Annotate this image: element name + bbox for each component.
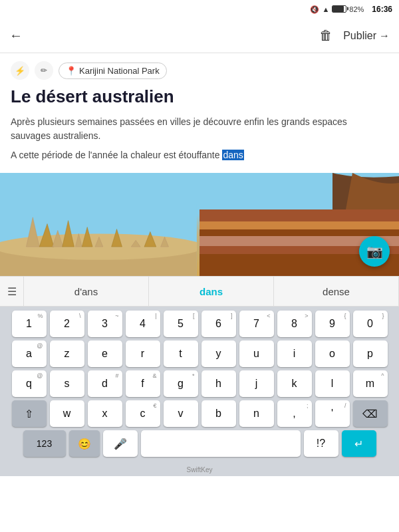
back-button[interactable]: ←	[9, 28, 23, 43]
publish-button[interactable]: Publier →	[343, 30, 390, 42]
key-a[interactable]: a@	[12, 340, 47, 367]
key-4[interactable]: 4|	[126, 311, 160, 337]
add-photo-button[interactable]: 📷	[359, 236, 390, 267]
key-f[interactable]: f&	[126, 370, 160, 397]
key-9[interactable]: 9{	[315, 311, 350, 337]
swiftkey-logo: SwiftKey	[187, 466, 213, 473]
key-label: k	[292, 378, 297, 390]
key-label: 2	[64, 318, 70, 330]
key-b[interactable]: b	[201, 400, 236, 427]
pencil-tag[interactable]: ✏	[35, 61, 53, 80]
pencil-icon: ✏	[41, 66, 47, 75]
mic-icon: 🎤	[114, 438, 127, 450]
row-shift: ⇧ w x c€ v b n ,; '/ ⌫	[3, 400, 396, 427]
key-7[interactable]: 7<	[239, 311, 274, 337]
camera-icon: 📷	[366, 243, 383, 259]
battery-percent: 82%	[349, 5, 364, 13]
status-icons: 🔇 ▲ 82%	[310, 5, 364, 14]
location-tag[interactable]: 📍 Karijini National Park	[59, 63, 167, 79]
key-8[interactable]: 8>	[277, 311, 312, 337]
key-comma[interactable]: ,;	[277, 400, 312, 427]
row-qsdfg: q@ s d# f& g* h j k l m^	[3, 370, 396, 397]
key-sub: {	[344, 313, 346, 319]
key-r[interactable]: r	[126, 340, 160, 367]
pinnacles-svg	[0, 204, 197, 277]
key-3[interactable]: 3~	[88, 311, 122, 337]
key-z[interactable]: z	[50, 340, 84, 367]
key-label: 5	[178, 318, 184, 330]
key-5[interactable]: 5[	[164, 311, 198, 337]
key-y[interactable]: y	[201, 340, 236, 367]
key-sub: %	[37, 313, 43, 319]
bottom-row: 123 😊 🎤 !? ↵	[3, 430, 396, 457]
key-2[interactable]: 2\	[50, 311, 84, 337]
key-g[interactable]: g*	[164, 370, 198, 397]
backspace-button[interactable]: ⌫	[353, 400, 388, 427]
numbers-button[interactable]: 123	[23, 430, 66, 457]
key-label: 6	[215, 318, 221, 330]
key-u[interactable]: u	[239, 340, 274, 367]
key-label: g	[178, 378, 184, 390]
key-0[interactable]: 0}	[353, 311, 388, 337]
delete-button[interactable]: 🗑	[319, 28, 332, 43]
key-p[interactable]: p	[353, 340, 388, 367]
key-sub: ~	[115, 313, 118, 319]
autocomplete-option-1[interactable]: d'ans	[24, 277, 149, 306]
key-t[interactable]: t	[164, 340, 198, 367]
article-body-1[interactable]: Après plusieurs semaines passées en vill…	[11, 115, 388, 143]
key-label: l	[331, 378, 334, 390]
key-sub: €	[153, 402, 156, 409]
key-label: '	[331, 408, 333, 420]
key-n[interactable]: n	[239, 400, 274, 427]
status-bar: 🔇 ▲ 82% 16:36	[0, 0, 399, 19]
key-o[interactable]: o	[315, 340, 350, 367]
autocomplete-option-2[interactable]: dans	[149, 277, 274, 306]
key-d[interactable]: d#	[88, 370, 122, 397]
key-1[interactable]: 1%	[12, 311, 47, 337]
autocomplete-text-2: dans	[200, 286, 223, 297]
keyboard-menu-button[interactable]: ☰	[0, 277, 24, 306]
key-m[interactable]: m^	[353, 370, 388, 397]
key-mic[interactable]: 🎤	[103, 430, 138, 457]
key-j[interactable]: j	[239, 370, 274, 397]
key-label: m	[366, 378, 374, 390]
emoji-button[interactable]: 😊	[69, 430, 100, 457]
key-punctuation[interactable]: !?	[304, 430, 338, 457]
space-button[interactable]	[141, 430, 301, 457]
autocomplete-option-3[interactable]: dense	[274, 277, 399, 306]
key-v[interactable]: v	[164, 400, 198, 427]
key-label: b	[215, 408, 221, 420]
toolbar-left: ←	[9, 28, 23, 43]
toolbar: ← 🗑 Publier →	[0, 19, 399, 53]
battery-container	[332, 5, 346, 14]
location-pin-icon: 📍	[66, 66, 76, 76]
mute-icon: 🔇	[310, 5, 319, 14]
bolt-tag[interactable]: ⚡	[11, 61, 29, 80]
key-c[interactable]: c€	[126, 400, 160, 427]
key-i[interactable]: i	[277, 340, 312, 367]
key-label: e	[102, 348, 108, 360]
key-k[interactable]: k	[277, 370, 312, 397]
key-w[interactable]: w	[50, 400, 84, 427]
publish-arrow-icon: →	[379, 30, 390, 42]
key-6[interactable]: 6]	[201, 311, 236, 337]
shift-button[interactable]: ⇧	[12, 400, 47, 427]
status-time: 16:36	[372, 5, 392, 14]
article-title[interactable]: Le désert australien	[11, 86, 388, 107]
article-body-2[interactable]: A cette période de l'année la chaleur es…	[11, 148, 388, 162]
key-s[interactable]: s	[50, 370, 84, 397]
key-h[interactable]: h	[201, 370, 236, 397]
image-strip: 📷	[0, 173, 399, 276]
key-e[interactable]: e	[88, 340, 122, 367]
shift-icon: ⇧	[25, 408, 33, 420]
key-q[interactable]: q@	[12, 370, 47, 397]
autocomplete-bar: ☰ d'ans dans dense	[0, 276, 399, 307]
key-x[interactable]: x	[88, 400, 122, 427]
key-sub: }	[382, 313, 384, 319]
enter-button[interactable]: ↵	[342, 430, 376, 457]
key-label: r	[141, 348, 144, 360]
backspace-icon: ⌫	[362, 408, 378, 420]
key-apostrophe[interactable]: '/	[315, 400, 350, 427]
key-label: j	[255, 378, 258, 390]
key-l[interactable]: l	[315, 370, 350, 397]
